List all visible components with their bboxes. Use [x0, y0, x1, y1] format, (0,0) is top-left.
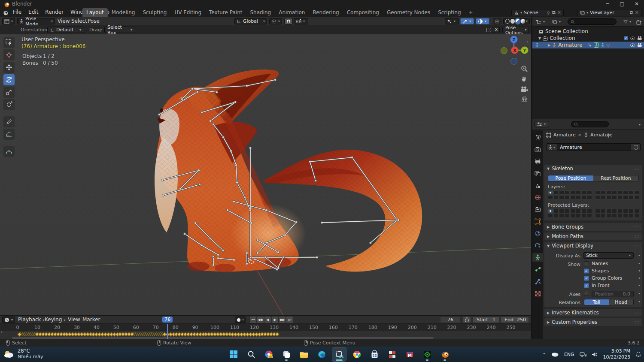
in-front-checkbox[interactable]: ✓ — [584, 283, 589, 288]
outliner-row-scene-collection[interactable]: Scene Collection — [532, 28, 644, 35]
layer-cell[interactable] — [623, 195, 628, 199]
properties-search[interactable] — [571, 121, 609, 127]
notifications-bell-icon[interactable] — [635, 351, 641, 357]
minimize-button[interactable]: ─ — [600, 0, 615, 8]
relations-head-button[interactable]: Head — [609, 299, 633, 305]
pose-position-button[interactable]: Pose Position — [548, 175, 593, 181]
timeline-expand-arrow[interactable]: › — [1, 329, 3, 334]
new-scene-icon[interactable]: ⧉ — [552, 10, 556, 15]
tab-scene[interactable] — [532, 181, 543, 190]
outliner-display-mode[interactable]: ▾ — [534, 18, 547, 25]
shading-rendered-icon[interactable] — [521, 19, 525, 24]
next-keyframe-button[interactable]: ◆▶ — [279, 317, 286, 323]
timeline-editor-type[interactable]: ▾ — [2, 317, 15, 323]
layer-cell[interactable] — [576, 190, 581, 195]
taskbar-app-file-explorer[interactable] — [297, 347, 311, 361]
layer-cell[interactable] — [629, 214, 634, 218]
id-type-icon[interactable]: ▾ — [546, 143, 557, 151]
taskbar-app-start[interactable] — [227, 347, 240, 361]
editor-type-dropdown[interactable]: ▾ — [2, 18, 15, 24]
playhead[interactable] — [167, 324, 168, 339]
gizmos-toggle-dropdown[interactable]: ▾ — [460, 18, 474, 24]
xray-toggle[interactable] — [493, 18, 501, 24]
shapes-checkbox[interactable]: ✓ — [584, 268, 589, 274]
layer-cell[interactable] — [576, 209, 581, 213]
layer-cell[interactable] — [581, 195, 586, 199]
layer-cell[interactable] — [570, 190, 575, 195]
taskbar-app-snipping-tool[interactable] — [332, 347, 346, 361]
pivot-point-dropdown[interactable]: ▾ — [269, 18, 282, 24]
layer-cell[interactable] — [606, 209, 611, 213]
tab-world[interactable] — [532, 193, 543, 202]
layer-cell[interactable] — [587, 195, 592, 199]
tab-data-armature[interactable] — [532, 253, 543, 262]
jump-to-start-button[interactable]: ⏮ — [250, 317, 256, 323]
outliner-filter-button[interactable]: ▾ — [622, 18, 633, 25]
relations-tail-button[interactable]: Tail — [584, 299, 609, 305]
taskbar-app-paint[interactable]: PAI — [262, 347, 276, 361]
panel-viewport-display-header[interactable]: ▼Viewport Display:::: — [544, 242, 642, 250]
blender-menu-icon[interactable] — [3, 10, 9, 15]
disclosure-triangle-icon[interactable]: ▼ — [538, 36, 541, 40]
disclosure-triangle-icon[interactable]: ▶ — [548, 43, 550, 47]
taskbar-app-capture[interactable] — [420, 347, 434, 361]
tab-modeling[interactable]: Modeling — [108, 8, 139, 17]
tab-tool[interactable] — [532, 133, 543, 142]
gizmo-minus-x-axis[interactable] — [501, 48, 507, 54]
toggle-perspective-button[interactable] — [519, 94, 530, 104]
axes-checkbox[interactable] — [584, 291, 589, 296]
layer-cell[interactable] — [623, 209, 628, 213]
timeline-keyframe-band[interactable] — [0, 331, 531, 339]
tab-physics[interactable] — [532, 229, 543, 238]
taskbar-app-edge[interactable] — [315, 347, 328, 361]
current-frame-field[interactable]: 76 — [440, 317, 461, 323]
tab-bone-constraint[interactable] — [532, 277, 543, 286]
auto-keying-record-button[interactable]: ▾ — [235, 317, 246, 323]
tab-object-constraints[interactable] — [532, 241, 543, 250]
shading-material-icon[interactable] — [516, 19, 520, 24]
menu-view[interactable]: View — [68, 317, 80, 323]
tab-shading[interactable]: Shading — [246, 8, 275, 17]
new-viewlayer-icon[interactable]: ⧉ — [630, 10, 633, 15]
tool-rotate[interactable] — [3, 74, 15, 85]
play-reverse-button[interactable]: ◀ — [264, 317, 271, 323]
drag-value-dropdown[interactable]: Select Box ▾ — [104, 27, 135, 33]
taskbar-app-office[interactable] — [385, 347, 399, 361]
tab-object[interactable] — [532, 217, 543, 226]
tab-view-layer[interactable] — [532, 169, 543, 178]
layer-cell[interactable] — [559, 195, 564, 199]
pin-icon[interactable] — [606, 133, 611, 138]
hide-eye-icon[interactable] — [630, 43, 635, 47]
panel-custom-properties[interactable]: ▶Custom Properties:::: — [544, 318, 642, 326]
menu-marker[interactable]: Marker — [82, 317, 100, 323]
layer-cell[interactable] — [595, 209, 600, 213]
panel-inverse-kinematics[interactable]: ▶Inverse Kinematics:::: — [544, 309, 642, 317]
3d-viewport[interactable]: User Perspective (76) Armature : bone006… — [0, 34, 531, 315]
layer-cell[interactable] — [553, 209, 559, 213]
tab-texture[interactable] — [532, 289, 543, 298]
layer-cell[interactable] — [601, 209, 606, 213]
layer-cell[interactable] — [601, 214, 606, 218]
zoom-button[interactable] — [519, 63, 530, 74]
layer-cell[interactable] — [570, 209, 575, 213]
outliner-row-armature[interactable]: ▶ Armature ↳ ▽ — [532, 42, 644, 48]
camera-view-button[interactable] — [519, 84, 530, 94]
layer-cell[interactable] — [612, 209, 617, 213]
tab-geometry-nodes[interactable]: Geometry Nodes — [383, 8, 434, 17]
tab-rendering[interactable]: Rendering — [309, 8, 343, 17]
panel-motion-paths[interactable]: ▶Motion Paths:::: — [544, 232, 642, 240]
properties-editor-type[interactable]: ▾ — [535, 121, 549, 127]
layer-cell[interactable] — [553, 195, 559, 199]
layer-cell[interactable] — [548, 195, 553, 199]
layer-cell[interactable] — [623, 214, 628, 218]
tab-uv-editing[interactable]: UV Editing — [170, 8, 205, 17]
protected-layers-grid-left[interactable] — [548, 209, 592, 218]
layer-cell[interactable] — [576, 195, 581, 199]
layer-cell[interactable] — [576, 214, 581, 218]
layer-cell[interactable] — [629, 190, 634, 195]
maximize-button[interactable]: ▢ — [615, 0, 629, 8]
language-indicator[interactable]: ENG — [564, 352, 574, 357]
add-workspace-button[interactable]: + — [465, 8, 477, 17]
scene-selector[interactable]: ▾ Scene ⧉ ✕ — [511, 9, 564, 16]
taskbar-clock[interactable]: 3:03 PM 10/22/2023 — [603, 348, 630, 360]
